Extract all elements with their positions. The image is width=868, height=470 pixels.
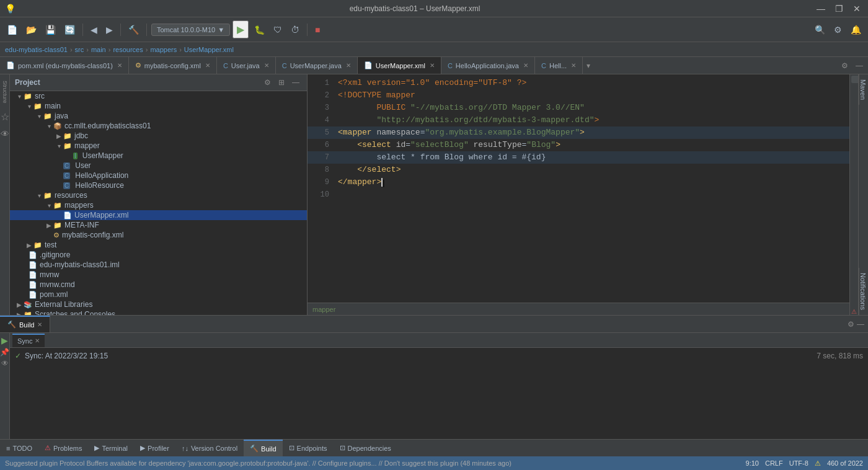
tree-item-pom[interactable]: 📄 pom.xml [10,290,307,299]
left-sidebar-btn-3[interactable]: 👁 [0,126,10,141]
build-run-btn[interactable]: ▶ [1,335,8,345]
updates-button[interactable]: 🔔 [848,23,864,37]
stop-button[interactable]: ■ [312,23,323,37]
tree-toggle-mapper-folder[interactable]: ▾ [55,143,63,149]
tab-mybatis-config[interactable]: ⚙ mybatis-config.xml ✕ [129,57,217,74]
tab-hell-more[interactable]: C Hell... ✕ [535,57,583,74]
project-settings-btn[interactable]: ⚙ [262,77,273,88]
tree-toggle-ext-libs[interactable]: ▶ [15,301,24,308]
new-file-button[interactable]: 📄 [4,23,20,37]
tree-item-jdbc[interactable]: ▶ 📁 jdbc [10,131,307,141]
tab-close-usermapper-x[interactable]: ✕ [430,62,435,69]
editor-collapse-btn[interactable]: — [853,60,866,71]
notifications-tab[interactable]: Notifications [859,268,868,315]
editor-content[interactable]: 1 <?xml version="1.0" encoding="UTF-8" ?… [308,74,849,303]
tool-tab-endpoints[interactable]: ⊡ Endpoints [283,440,334,456]
forward-button[interactable]: ▶ [103,23,116,37]
breadcrumb-file[interactable]: UserMapper.xml [184,46,234,53]
tree-toggle-src[interactable]: ▾ [15,93,24,100]
tool-tab-build[interactable]: 🔨 Build [244,440,282,456]
profile-button[interactable]: ⏱ [288,23,303,37]
tree-item-mvnw[interactable]: 📄 mvnw [10,270,307,280]
save-button[interactable]: 💾 [42,23,59,37]
tree-item-src[interactable]: ▾ 📁 src [10,91,307,101]
tree-toggle-java[interactable]: ▾ [35,113,43,120]
tree-item-mapper-folder[interactable]: ▾ 📁 mapper [10,141,307,151]
tree-item-usermapper-xml[interactable]: 📄 UserMapper.xml [10,210,307,220]
tree-item-helloresource[interactable]: C HelloResource [10,180,307,190]
tab-pom-xml[interactable]: 📄 pom.xml (edu-mybatis-class01) ✕ [0,57,129,74]
tab-close-mybatis[interactable]: ✕ [205,62,210,69]
tree-item-user-class[interactable]: C User [10,161,307,171]
tree-item-mvnw-cmd[interactable]: 📄 mvnw.cmd [10,280,307,290]
tab-more-button[interactable]: ▾ [583,57,594,74]
tree-item-java[interactable]: ▾ 📁 java [10,111,307,121]
bottom-settings-btn[interactable]: ⚙ [848,320,854,329]
debug-button[interactable]: 🐛 [251,23,268,37]
breadcrumb-main[interactable]: main [91,46,106,53]
minimize-button[interactable]: — [814,2,828,15]
run-button[interactable]: ▶ [232,20,249,38]
settings-button[interactable]: ⚙ [831,23,845,37]
tree-item-usermapper-iface[interactable]: I UserMapper [10,151,307,161]
build-button[interactable]: 🔨 [125,23,142,37]
editor-settings-btn[interactable]: ⚙ [839,60,851,71]
tool-tab-profiler[interactable]: ▶ Profiler [134,440,175,456]
open-button[interactable]: 📂 [23,23,40,37]
close-button[interactable]: ✕ [851,2,863,15]
tab-hello-app[interactable]: C HelloApplication.java ✕ [441,57,535,74]
sync-subtab-active[interactable]: Sync ✕ [12,334,45,347]
tool-tab-problems[interactable]: ⚠ Problems [38,440,88,456]
tree-item-helloapplication[interactable]: C HelloApplication [10,171,307,180]
tree-toggle-jdbc[interactable]: ▶ [55,133,63,140]
tree-item-mappers-folder[interactable]: ▾ 📁 mappers [10,200,307,210]
sync-tab-close[interactable]: ✕ [35,337,40,344]
left-sidebar-btn-1[interactable]: Structure [1,77,9,107]
tab-usermapper-java[interactable]: C UserMapper.java ✕ [276,57,358,74]
project-collapse-btn[interactable]: — [290,77,302,88]
breadcrumb-project[interactable]: edu-mybatis-class01 [5,46,68,53]
left-sidebar-btn-2[interactable]: ☆ [0,109,10,125]
tree-item-meta-inf[interactable]: ▶ 📁 META-INF [10,220,307,230]
tab-close-pom[interactable]: ✕ [117,62,122,69]
tab-user-java[interactable]: C User.java ✕ [217,57,276,74]
maven-tab[interactable]: Maven [859,74,868,105]
tree-toggle-resources[interactable]: ▾ [35,192,43,199]
tree-item-test[interactable]: ▶ 📁 test [10,240,307,250]
tab-close-usermapper-j[interactable]: ✕ [346,62,351,69]
tree-toggle-package[interactable]: ▾ [45,123,53,130]
tree-toggle-mappers[interactable]: ▾ [45,202,53,209]
tool-tab-dependencies[interactable]: ⊡ Dependencies [334,440,397,456]
bottom-tab-build[interactable]: 🔨 Build ✕ [0,316,50,332]
tool-tab-terminal[interactable]: ▶ Terminal [88,440,134,456]
tree-item-resources-folder[interactable]: ▾ 📁 resources [10,190,307,200]
back-button[interactable]: ◀ [87,23,100,37]
bottom-collapse-btn[interactable]: — [857,320,864,329]
tree-item-package[interactable]: ▾ 📦 cc.mllt.edumybatisclass01 [10,121,307,131]
breadcrumb-mappers[interactable]: mappers [150,46,177,53]
tab-usermapper-xml[interactable]: 📄 UserMapper.xml ✕ [358,57,441,74]
tree-toggle-test[interactable]: ▶ [25,242,33,249]
build-eye-btn[interactable]: 👁 [1,359,9,368]
breadcrumb-resources[interactable]: resources [113,46,143,53]
tree-toggle-main[interactable]: ▾ [25,103,33,110]
tree-item-gitignore[interactable]: 📄 .gitignore [10,250,307,260]
sync-button[interactable]: 🔄 [61,23,78,37]
build-tab-close[interactable]: ✕ [37,321,42,328]
search-everywhere-button[interactable]: 🔍 [812,23,828,37]
tool-tab-todo[interactable]: ≡ TODO [0,440,38,456]
run-configuration[interactable]: Tomcat 10.0.0-M10 ▼ [151,24,230,36]
tree-item-iml[interactable]: 📄 edu-mybatis-class01.iml [10,260,307,270]
tab-close-user[interactable]: ✕ [264,62,269,69]
tree-item-scratches[interactable]: ▶ 📁 Scratches and Consoles [10,309,307,315]
build-pin-btn[interactable]: 📌 [0,348,9,357]
tab-close-hello[interactable]: ✕ [523,62,528,69]
coverage-button[interactable]: 🛡 [270,23,285,37]
tab-close-hell[interactable]: ✕ [571,62,576,69]
tree-item-mybatis-config[interactable]: ⚙ mybatis-config.xml [10,230,307,240]
maximize-button[interactable]: ❐ [833,2,846,15]
tree-item-ext-libs[interactable]: ▶ 📚 External Libraries [10,299,307,309]
tool-tab-version-control[interactable]: ↑↓ Version Control [175,440,244,456]
tree-toggle-meta-inf[interactable]: ▶ [45,222,53,229]
tree-item-main[interactable]: ▾ 📁 main [10,101,307,111]
